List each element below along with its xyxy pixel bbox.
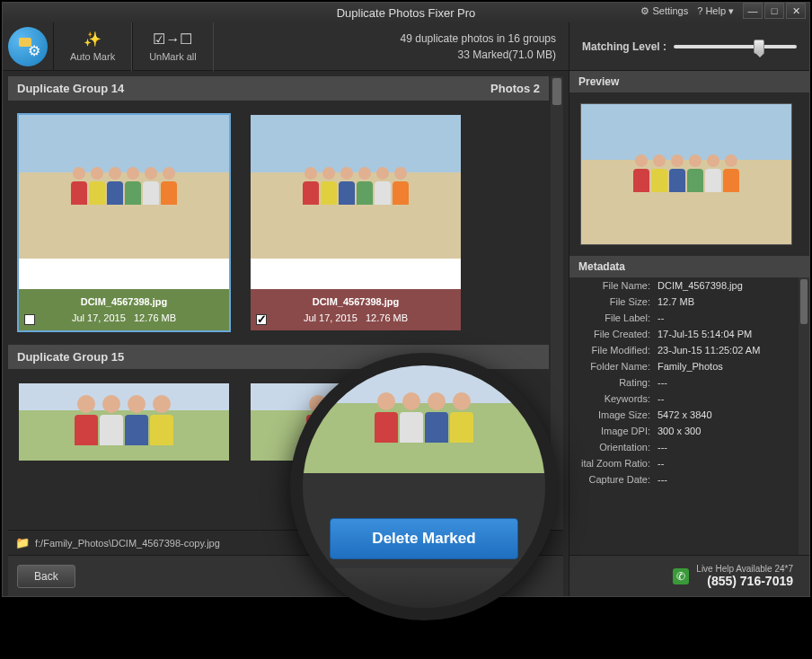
meta-key: Keywords: <box>569 393 658 404</box>
meta-value: --- <box>658 442 809 453</box>
help-phone: (855) 716-7019 <box>696 574 793 588</box>
magnifier-overlay: Delete Marked <box>290 353 558 620</box>
delete-marked-button[interactable]: Delete Marked <box>330 518 518 559</box>
group-count: Photos 2 <box>490 82 540 95</box>
matching-level-slider[interactable] <box>674 45 797 48</box>
metadata-row: ital Zoom Ratio:-- <box>569 455 809 471</box>
group-title: Duplicate Group 15 <box>17 350 124 364</box>
settings-link[interactable]: ⚙Settings <box>640 5 688 17</box>
meta-value: --- <box>658 474 809 485</box>
group-title: Duplicate Group 14 <box>17 82 124 95</box>
folder-icon: 📁 <box>15 536 30 549</box>
maximize-button[interactable]: □ <box>764 3 784 19</box>
photo-date: Jul 17, 2015 <box>72 312 126 323</box>
help-text: Live Help Available 24*7 <box>696 564 793 574</box>
photo-meta: DCIM_4567398.jpg Jul 17, 2015 12.76 MB <box>251 289 461 330</box>
file-path: f:/Family_Photos\DCIM_4567398-copy.jpg <box>35 538 220 549</box>
scrollbar-thumb[interactable] <box>552 78 561 105</box>
photo-checkbox[interactable] <box>256 314 267 325</box>
photo-thumbnail <box>19 383 229 461</box>
phone-icon: ✆ <box>673 568 689 584</box>
meta-value: DCIM_4567398.jpg <box>658 280 809 291</box>
metadata-row: Image DPI:300 x 300 <box>569 423 809 439</box>
meta-key: File Name: <box>569 280 658 291</box>
meta-value: -- <box>658 458 809 469</box>
wand-icon: ✨ <box>84 31 102 48</box>
meta-value: Family_Photos <box>658 361 809 372</box>
metadata-row: Capture Date:--- <box>569 471 809 488</box>
slider-thumb[interactable] <box>754 40 764 54</box>
matching-level-label: Matching Level : <box>582 40 666 53</box>
metadata-row: Rating:--- <box>569 374 809 391</box>
side-panel: Preview Metadata File Name:DCIM_4567398.… <box>569 71 809 596</box>
photo-thumbnail <box>19 115 229 259</box>
photo-filename: DCIM_4567398.jpg <box>24 296 224 307</box>
preview-box <box>569 92 809 256</box>
meta-value: -- <box>658 393 809 404</box>
back-button[interactable]: Back <box>17 565 75 588</box>
toolbar: ✨ Auto Mark ☑→☐ UnMark all 49 duplicate … <box>3 22 809 71</box>
meta-key: Folder Name: <box>569 361 658 372</box>
metadata-row: Image Size:5472 x 3840 <box>569 407 809 423</box>
unmark-icon: ☑→☐ <box>153 31 192 48</box>
automark-label: Auto Mark <box>70 51 115 62</box>
close-button[interactable]: ✕ <box>786 3 806 19</box>
metadata-label: Metadata <box>569 256 809 277</box>
meta-value: 23-Jun-15 11:25:02 AM <box>658 345 809 356</box>
photo-checkbox[interactable] <box>24 314 35 325</box>
automark-button[interactable]: ✨ Auto Mark <box>53 22 132 71</box>
matching-level: Matching Level : <box>569 22 809 71</box>
app-logo <box>3 22 53 71</box>
metadata-row: Folder Name:Family_Photos <box>569 358 809 374</box>
meta-value: -- <box>658 312 809 323</box>
toolbar-stats: 49 duplicate photos in 16 groups 33 Mark… <box>401 31 569 63</box>
window-title: Duplicate Photos Fixer Pro <box>337 6 476 20</box>
scrollbar-thumb[interactable] <box>800 279 808 324</box>
metadata-row: File Name:DCIM_4567398.jpg <box>569 277 809 294</box>
photo-date: Jul 17, 2015 <box>304 312 357 323</box>
meta-value: 300 x 300 <box>658 426 809 436</box>
meta-value: 5472 x 3840 <box>658 409 809 420</box>
metadata-row: File Size:12.7 MB <box>569 294 809 310</box>
meta-key: File Size: <box>569 296 658 307</box>
metadata-list: File Name:DCIM_4567398.jpgFile Size:12.7… <box>569 277 809 555</box>
metadata-scrollbar[interactable] <box>799 277 809 555</box>
meta-key: Rating: <box>569 377 658 388</box>
gear-icon: ⚙ <box>640 5 649 17</box>
metadata-row: Keywords:-- <box>569 391 809 407</box>
meta-value: --- <box>658 377 809 388</box>
photo-meta: DCIM_4567398.jpg Jul 17, 2015 12.76 MB <box>19 289 229 330</box>
help-link[interactable]: ? Help▾ <box>697 5 734 17</box>
preview-label: Preview <box>569 71 809 92</box>
group-header-14: Duplicate Group 14 Photos 2 <box>8 76 549 101</box>
meta-key: File Modified: <box>569 345 658 356</box>
unmarkall-button[interactable]: ☑→☐ UnMark all <box>132 22 214 71</box>
metadata-row: File Label:-- <box>569 310 809 326</box>
photo-filename: DCIM_4567398.jpg <box>256 296 455 307</box>
group-body-14: DCIM_4567398.jpg Jul 17, 2015 12.76 MB D… <box>8 101 549 345</box>
unmarkall-label: UnMark all <box>149 51 197 62</box>
metadata-row: File Created:17-Jul-15 5:14:04 PM <box>569 326 809 342</box>
meta-key: Capture Date: <box>569 474 658 485</box>
photo-card[interactable] <box>17 382 231 462</box>
photo-size: 12.76 MB <box>134 312 176 323</box>
stats-line1: 49 duplicate photos in 16 groups <box>401 31 556 47</box>
meta-value: 17-Jul-15 5:14:04 PM <box>658 329 809 339</box>
photo-card[interactable]: DCIM_4567398.jpg Jul 17, 2015 12.76 MB <box>249 113 463 332</box>
meta-key: ital Zoom Ratio: <box>569 458 658 469</box>
meta-key: Image Size: <box>569 409 658 420</box>
metadata-row: Orientation:--- <box>569 439 809 455</box>
photo-thumbnail <box>251 115 461 259</box>
meta-key: File Created: <box>569 329 658 339</box>
photo-card[interactable]: DCIM_4567398.jpg Jul 17, 2015 12.76 MB <box>17 113 231 332</box>
live-help-box[interactable]: ✆ Live Help Available 24*7 (855) 716-701… <box>666 564 800 588</box>
meta-key: Orientation: <box>569 442 658 453</box>
meta-key: File Label: <box>569 312 658 323</box>
chevron-down-icon: ▾ <box>728 5 734 17</box>
minimize-button[interactable]: — <box>743 3 763 19</box>
stats-line2: 33 Marked(71.0 MB) <box>401 47 556 63</box>
bottom-bar-right: ✆ Live Help Available 24*7 (855) 716-701… <box>569 555 809 596</box>
meta-value: 12.7 MB <box>658 296 809 307</box>
metadata-row: File Modified:23-Jun-15 11:25:02 AM <box>569 342 809 358</box>
meta-key: Image DPI: <box>569 426 658 436</box>
